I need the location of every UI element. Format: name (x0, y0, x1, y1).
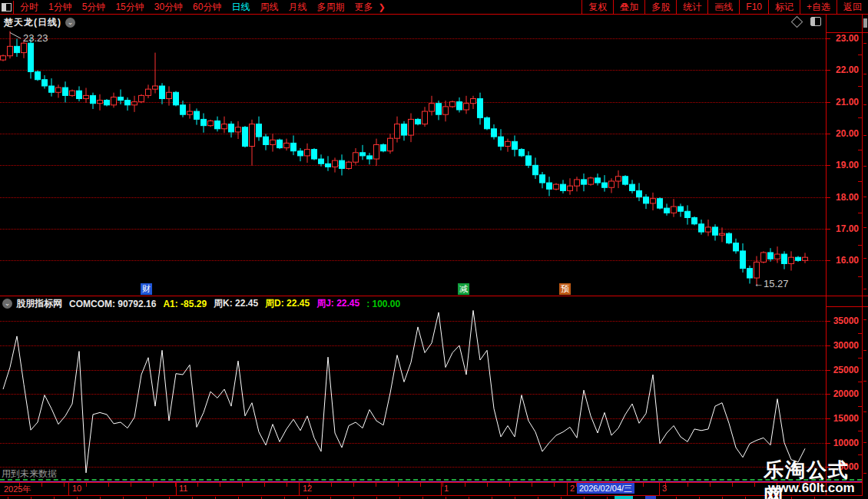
indicator-header-seg-5: 周J: 22.45 (316, 297, 359, 310)
chevron-down-icon[interactable]: ⌄ (65, 18, 75, 28)
menu-item-tool-1[interactable]: 叠加 (613, 0, 644, 14)
split-glyph-icon (2, 3, 12, 12)
indicator-axis-tick (826, 370, 830, 371)
edge-tick (863, 319, 866, 320)
more-arrow-icon[interactable]: ❯ (378, 2, 385, 12)
menu-item-period-10[interactable]: 更多 (354, 0, 373, 14)
price-axis-minor-tick (858, 213, 862, 213)
indicator-header-seg-0: 股朋指标网 (16, 297, 62, 310)
diamond-icon[interactable] (791, 15, 803, 28)
indicator-axis-minor-tick (858, 382, 862, 382)
price-axis-minor-tick (858, 86, 862, 87)
indicator-axis-minor-tick (858, 333, 862, 334)
indicator-axis-label: 35000 (827, 316, 859, 326)
edge-tick (863, 104, 866, 105)
menu-item-period-9[interactable]: 多周期 (316, 0, 344, 14)
selected-date-box[interactable]: 2026/02/04/三 (577, 483, 634, 494)
edge-tick (863, 166, 866, 167)
future-data-note: 用到未来数据 (2, 468, 57, 481)
indicator-header-seg-6: : 100.00 (366, 299, 400, 309)
menu-item-tool-7[interactable]: +自选 (800, 0, 837, 14)
price-axis-minor-tick (858, 117, 862, 118)
menu-item-tool-5[interactable]: F10 (739, 0, 768, 14)
indicator-axis-tick (826, 443, 830, 444)
price-axis-tick (826, 260, 830, 261)
menu-item-period-5[interactable]: 60分钟 (193, 0, 221, 14)
event-badge-1[interactable]: 减 (458, 283, 469, 295)
menu-item-period-8[interactable]: 月线 (288, 0, 306, 14)
price-axis-label: 21.00 (827, 97, 859, 107)
indicator-axis-label: 10000 (827, 438, 859, 448)
indicator-axis-label: 25000 (827, 365, 859, 375)
price-axis-label: 20.00 (827, 128, 859, 139)
svg-text:←15.27: ←15.27 (754, 278, 789, 289)
period-menu: 分时1分钟5分钟15分钟30分钟60分钟日线周线月线多周期更多❯ (20, 0, 581, 14)
indicator-header-seg-1: COMCOM: 90792.16 (69, 299, 156, 309)
price-axis-tick (826, 197, 830, 198)
trading-app-window: 分时1分钟5分钟15分钟30分钟60分钟日线周线月线多周期更多❯ 复权叠加多股统… (0, 0, 868, 499)
price-axis-right-line (862, 14, 863, 496)
indicator-header-seg-3: 周K: 22.45 (214, 297, 258, 310)
menu-item-period-6[interactable]: 日线 (231, 0, 250, 14)
price-axis-tick (826, 165, 830, 166)
price-axis-minor-tick (858, 55, 862, 55)
price-axis-label: 22.00 (827, 64, 859, 75)
indicator-axis-label: 20000 (827, 388, 859, 399)
edge-tick (863, 227, 866, 228)
indicator-chevron-icon[interactable]: ⌄ (2, 299, 12, 309)
menu-item-tool-4[interactable]: 画线 (707, 0, 739, 14)
panel-divider-line (0, 296, 868, 296)
indicator-chart[interactable] (0, 307, 826, 485)
edge-tick (863, 289, 866, 289)
indicator-axis-tick (826, 345, 830, 346)
price-axis-minor-tick (858, 245, 862, 246)
menu-item-period-0[interactable]: 分时 (20, 0, 38, 14)
edge-tick (863, 258, 866, 259)
menu-item-tool-2[interactable]: 多股 (644, 0, 676, 14)
indicator-axis-minor-tick (858, 431, 862, 431)
price-axis-label: 18.00 (827, 192, 859, 203)
menu-item-tool-8[interactable]: 返回 (837, 0, 868, 14)
indicator-axis-tick (826, 321, 830, 322)
window-split-icon[interactable] (0, 1, 14, 14)
price-axis-tick (826, 38, 830, 39)
edge-tick (863, 43, 866, 44)
cutoff-blue-stub (645, 496, 656, 499)
event-badge-2[interactable]: 预 (559, 283, 571, 295)
price-axis-tick (826, 134, 830, 134)
menu-item-period-7[interactable]: 周线 (260, 0, 278, 14)
edge-tick (863, 74, 866, 74)
price-axis-label: 17.00 (827, 223, 859, 234)
tools-menu: 复权叠加多股统计画线F10标记+自选返回 (581, 0, 868, 14)
svg-text:23.23: 23.23 (23, 32, 48, 44)
xaxis-bottom-line (0, 495, 862, 496)
event-badge-0[interactable]: 财 (141, 283, 152, 295)
watermark-site-url: www.60lt.com (768, 481, 855, 496)
price-axis-label: 16.00 (827, 255, 859, 266)
candlestick-chart[interactable]: 23.23←15.27 (0, 29, 826, 291)
pane-split-icon[interactable] (810, 17, 821, 26)
indicator-header-seg-4: 周D: 22.45 (265, 297, 310, 310)
menu-item-period-4[interactable]: 30分钟 (154, 0, 183, 14)
edge-tick (863, 442, 866, 443)
price-axis-tick (826, 102, 830, 103)
indicator-header: ⌄ 股朋指标网COMCOM: 90792.16A1: -85.29周K: 22.… (2, 297, 407, 310)
price-axis-tick (826, 70, 830, 71)
menu-item-tool-0[interactable]: 复权 (581, 0, 613, 14)
price-axis-label: 19.00 (827, 160, 859, 170)
scrollbar-thumb[interactable] (863, 18, 867, 28)
chart-title: 楚天龙(日线) (4, 16, 61, 29)
edge-tick (863, 411, 866, 412)
menu-item-period-3[interactable]: 15分钟 (115, 0, 144, 14)
edge-tick (863, 381, 866, 382)
menu-item-period-2[interactable]: 5分钟 (82, 0, 106, 14)
price-axis-minor-tick (858, 150, 862, 150)
indicator-axis-minor-tick (858, 406, 862, 407)
date-label-0[interactable]: 2025年 (4, 484, 31, 495)
menu-item-tool-3[interactable]: 统计 (676, 0, 707, 14)
indicator-axis-label: 15000 (827, 413, 859, 424)
menu-item-tool-6[interactable]: 标记 (768, 0, 800, 14)
menu-item-period-1[interactable]: 1分钟 (48, 0, 72, 14)
indicator-axis-tick (826, 394, 830, 395)
price-axis-minor-tick (858, 181, 862, 182)
